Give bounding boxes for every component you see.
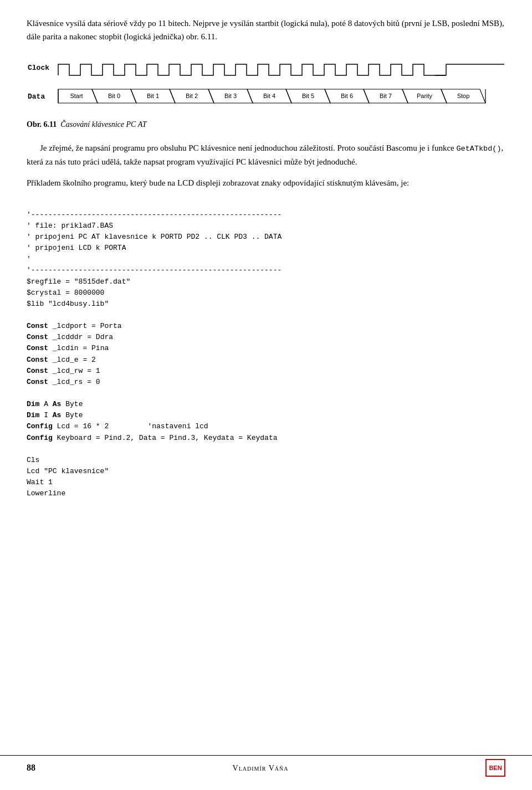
page-number: 88: [27, 761, 35, 774]
code-block: '---------------------------------------…: [27, 198, 505, 511]
svg-text:Stop: Stop: [457, 93, 470, 99]
figure-label: Obr. 6.11: [27, 120, 57, 129]
svg-text:Parity: Parity: [417, 93, 433, 99]
timing-diagram: Clock Data Start: [27, 59, 505, 109]
svg-text:Bit 1: Bit 1: [147, 93, 159, 99]
svg-text:Bit 7: Bit 7: [380, 93, 392, 99]
svg-text:Bit 5: Bit 5: [302, 93, 314, 99]
body-paragraph-1: Je zřejmé, že napsání programu pro obslu…: [27, 141, 505, 168]
svg-text:Start: Start: [70, 93, 83, 99]
footer-logo: BEN: [485, 759, 505, 777]
svg-text:Bit 4: Bit 4: [263, 93, 275, 99]
intro-paragraph: Klávesnice vysílá data sériově vždy po 1…: [27, 17, 505, 43]
svg-text:Bit 3: Bit 3: [224, 93, 237, 99]
page-content: Klávesnice vysílá data sériově vždy po 1…: [27, 17, 505, 511]
svg-text:Data: Data: [28, 93, 45, 101]
svg-text:Bit 0: Bit 0: [108, 93, 120, 99]
body-paragraph-2: Příkladem školního programu, který bude …: [27, 176, 505, 189]
publisher-logo: BEN: [485, 759, 505, 777]
page-footer: 88 Vladimír Váňa BEN: [0, 755, 532, 777]
svg-text:Bit 6: Bit 6: [341, 93, 353, 99]
svg-text:Clock: Clock: [28, 64, 49, 72]
figure-caption: Obr. 6.11 Časování klávesnice PC AT: [27, 119, 505, 130]
svg-text:Bit 2: Bit 2: [186, 93, 198, 99]
footer-author: Vladimír Váňa: [233, 762, 289, 774]
